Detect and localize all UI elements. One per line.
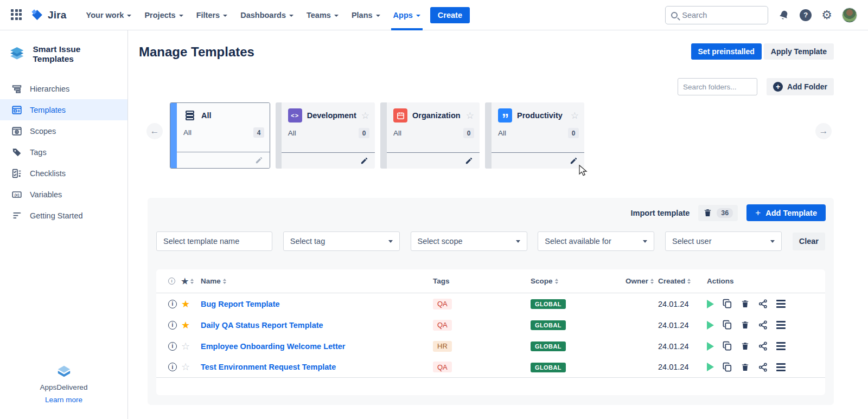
folder-drag-handle[interactable] (276, 102, 282, 169)
add-template-button[interactable]: + Add Template (746, 204, 826, 221)
available-for-filter-select[interactable]: Select available for (538, 231, 654, 251)
template-name-link[interactable]: Daily QA Status Report Template (201, 321, 433, 330)
apply-play-button[interactable] (707, 300, 714, 308)
folder-card-organization[interactable]: Organization ☆ All 0 (380, 102, 480, 169)
sidebar-item-templates[interactable]: Templates (0, 99, 127, 120)
edit-pencil-icon[interactable] (360, 157, 368, 165)
table-row: i ★ Bug Report Template QA GLOBAL 24.01.… (156, 293, 825, 314)
more-menu-button[interactable] (776, 321, 786, 329)
folder-drag-handle[interactable] (170, 103, 177, 168)
delete-button[interactable] (741, 320, 750, 330)
star-outline-icon[interactable]: ☆ (571, 111, 579, 120)
sidebar: Smart Issue Templates Hierarchies Templa… (0, 30, 128, 419)
sidebar-item-hierarchies[interactable]: Hierarchies (0, 78, 127, 99)
created-column-header[interactable]: Created (658, 277, 707, 285)
template-name-link[interactable]: Employee Onboarding Welcome Letter (201, 342, 433, 351)
help-button[interactable]: ? (800, 9, 812, 21)
learn-more-link[interactable]: Learn more (45, 396, 82, 404)
delete-button[interactable] (741, 363, 750, 372)
star-sort-header[interactable]: ★ (181, 276, 188, 286)
copy-button[interactable] (722, 299, 732, 309)
apply-play-button[interactable] (707, 342, 714, 351)
folder-drag-handle[interactable] (485, 102, 492, 169)
share-button[interactable] (758, 341, 768, 351)
share-button[interactable] (758, 362, 768, 372)
edit-pencil-icon[interactable] (570, 157, 578, 165)
more-menu-button[interactable] (776, 363, 786, 371)
apply-play-button[interactable] (707, 363, 714, 371)
scope-badge: GLOBAL (531, 341, 566, 351)
info-icon[interactable]: i (168, 321, 177, 330)
share-button[interactable] (758, 299, 768, 309)
scope-column-header[interactable]: Scope (531, 277, 626, 285)
info-icon[interactable]: i (168, 363, 177, 371)
info-icon[interactable]: i (168, 342, 177, 351)
sort-icon (555, 279, 558, 284)
app-switcher-icon[interactable] (11, 9, 23, 21)
folder-cards: All All 4 (170, 102, 584, 169)
edit-pencil-icon[interactable] (465, 157, 473, 165)
nav-item-projects[interactable]: Projects (139, 0, 188, 30)
create-button[interactable]: Create (430, 7, 470, 23)
more-menu-button[interactable] (776, 342, 786, 350)
scope-filter-select[interactable]: Select scope (411, 231, 527, 251)
settings-button[interactable]: ⚙ (821, 9, 832, 21)
favorite-star-icon[interactable]: ☆ (181, 341, 201, 351)
apply-template-button[interactable]: Apply Template (764, 43, 834, 60)
import-template-button[interactable]: Import template (631, 209, 690, 217)
nav-item-filters[interactable]: Filters (191, 0, 233, 30)
folder-card-all[interactable]: All All 4 (170, 102, 270, 169)
sidebar-item-scopes[interactable]: Scopes (0, 120, 127, 141)
star-outline-icon[interactable]: ☆ (361, 111, 369, 120)
more-menu-button[interactable] (776, 300, 786, 308)
clear-filters-button[interactable]: Clear (793, 233, 825, 250)
sidebar-item-tags[interactable]: Tags (0, 141, 127, 163)
folder-search-input[interactable] (678, 78, 757, 95)
apply-play-button[interactable] (707, 321, 714, 330)
nav-item-plans[interactable]: Plans (346, 0, 386, 30)
carousel-left-arrow[interactable]: ← (146, 123, 163, 139)
share-icon (758, 299, 768, 309)
folder-count-badge: 0 (568, 128, 579, 138)
favorite-star-icon[interactable]: ★ (181, 320, 201, 330)
template-name-link[interactable]: Test Environment Request Template (201, 363, 433, 371)
tag-filter-select[interactable]: Select tag (283, 231, 400, 251)
global-search[interactable] (665, 6, 768, 24)
set-preinstalled-button[interactable]: Set preinstalled (691, 43, 762, 60)
sidebar-item-checklists[interactable]: Checklists (0, 163, 127, 184)
carousel-right-arrow[interactable]: → (815, 123, 832, 139)
folder-card-development[interactable]: <> Development ☆ All 0 (276, 102, 375, 169)
nav-item-dashboards[interactable]: Dashboards (235, 0, 299, 30)
favorite-star-icon[interactable]: ★ (181, 299, 201, 309)
delete-button[interactable] (741, 299, 750, 308)
edit-pencil-icon[interactable] (255, 156, 263, 164)
sidebar-item-getting-started[interactable]: Getting Started (0, 205, 127, 226)
templates-toolbar: Import template 36 + Add Template (631, 204, 826, 221)
nav-item-apps[interactable]: Apps (388, 0, 426, 30)
nav-item-teams[interactable]: Teams (301, 0, 344, 30)
delete-button[interactable] (741, 341, 750, 351)
owner-column-header[interactable]: Owner (626, 277, 658, 285)
info-icon[interactable]: i (168, 300, 177, 308)
jira-logo[interactable]: Jira (30, 8, 67, 22)
add-folder-button[interactable]: + Add Folder (767, 78, 834, 95)
notifications-button[interactable] (778, 9, 790, 21)
trash-bin-button[interactable]: 36 (698, 205, 738, 221)
template-name-link[interactable]: Bug Report Template (201, 300, 433, 308)
name-column-header[interactable]: Name (201, 277, 433, 285)
star-outline-icon[interactable]: ☆ (466, 111, 474, 120)
share-button[interactable] (758, 320, 768, 330)
copy-button[interactable] (722, 362, 732, 372)
nav-item-your-work[interactable]: Your work (81, 0, 137, 30)
global-search-input[interactable] (682, 11, 752, 20)
folder-scope-label: All (288, 129, 359, 137)
copy-button[interactable] (722, 341, 732, 351)
favorite-star-icon[interactable]: ☆ (181, 362, 201, 372)
folder-card-productivity[interactable]: ” Productivity ☆ All 0 (485, 102, 584, 169)
copy-button[interactable] (722, 320, 732, 330)
folder-drag-handle[interactable] (380, 102, 387, 169)
user-filter-select[interactable]: Select user (665, 231, 782, 251)
user-avatar[interactable] (842, 8, 857, 23)
template-name-filter-input[interactable] (156, 231, 272, 251)
sidebar-item-variables[interactable]: (x) Variables (0, 184, 127, 205)
